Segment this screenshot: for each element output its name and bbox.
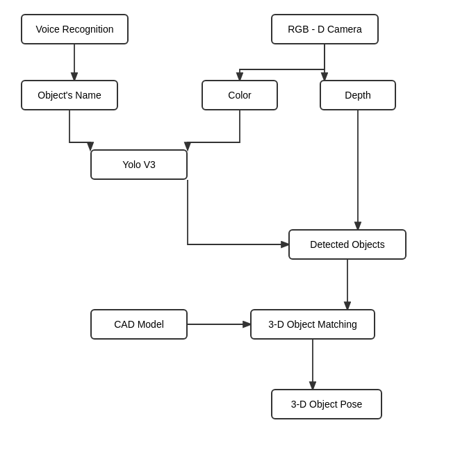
node-detected-objects: Detected Objects bbox=[288, 229, 407, 260]
node-rgb-camera: RGB - D Camera bbox=[271, 14, 379, 44]
flowchart-diagram: Voice RecognitionRGB - D CameraObject's … bbox=[0, 0, 476, 475]
rgb-to-color bbox=[240, 44, 325, 80]
node-cad-model: CAD Model bbox=[90, 309, 188, 340]
node-depth: Depth bbox=[320, 80, 396, 110]
node-color: Color bbox=[202, 80, 278, 110]
node-objects-name: Object's Name bbox=[21, 80, 118, 110]
node-object-matching: 3-D Object Matching bbox=[250, 309, 375, 340]
node-object-pose: 3-D Object Pose bbox=[271, 389, 382, 419]
yolo-to-detected bbox=[188, 180, 288, 244]
color-to-yolo bbox=[188, 110, 240, 149]
node-yolo-v3: Yolo V3 bbox=[90, 149, 188, 180]
node-voice-recognition: Voice Recognition bbox=[21, 14, 129, 44]
objects-name-to-yolo bbox=[69, 110, 90, 149]
